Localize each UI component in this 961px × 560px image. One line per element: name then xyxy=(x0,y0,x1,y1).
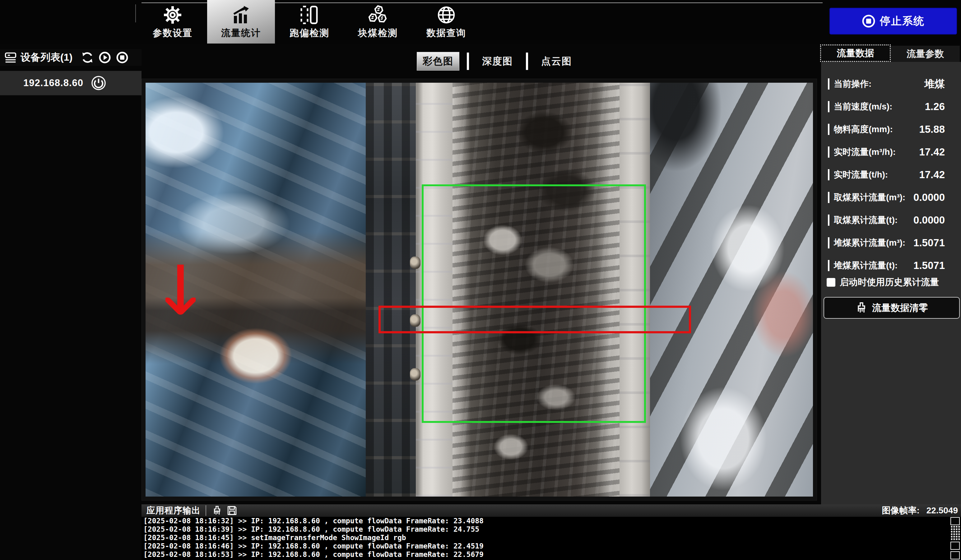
row-value: 15.88 xyxy=(919,124,945,135)
row-value: 0.0000 xyxy=(913,214,945,226)
tab-parameter-settings[interactable]: 参数设置 xyxy=(139,0,207,43)
stop-system-label: 停止系统 xyxy=(880,14,925,28)
refresh-icon xyxy=(81,51,93,64)
row-accent-bar xyxy=(828,192,829,203)
rail-bolt xyxy=(410,368,421,380)
row-accent-bar xyxy=(828,124,829,135)
row-label: 当前操作: xyxy=(834,78,871,90)
flow-row-take-coal-total-t: 取煤累计流量(t): 0.0000 xyxy=(821,209,961,231)
row-value: 17.42 xyxy=(919,146,945,158)
row-value: 1.5071 xyxy=(913,260,945,271)
stop-icon xyxy=(116,51,129,64)
tab-flow-data[interactable]: 流量数据 xyxy=(820,45,891,62)
camera-view-frame xyxy=(141,79,817,501)
history-checkbox[interactable] xyxy=(827,278,836,287)
power-button[interactable] xyxy=(91,75,106,90)
scroll-end-button[interactable] xyxy=(950,551,960,559)
save-icon xyxy=(227,505,237,516)
scroll-thumb[interactable] xyxy=(951,526,960,541)
scroll-up-button[interactable] xyxy=(950,517,960,525)
row-value: 堆煤 xyxy=(924,77,945,91)
stop-button[interactable] xyxy=(116,51,129,64)
scene-machinery xyxy=(650,83,813,497)
log-header-bar: 应用程序输出 图像帧率: 22.5049 xyxy=(141,504,961,517)
image-view-tabs: 彩色图 深度图 点云图 xyxy=(417,52,577,70)
detection-roi-green xyxy=(422,185,646,423)
row-accent-bar xyxy=(828,79,829,90)
app-window: 参数设置 流量统计 xyxy=(0,0,961,560)
bar-chart-icon xyxy=(231,5,251,25)
tab-label: 流量统计 xyxy=(221,27,261,40)
log-line: [2025-02-08 18:16:46] >> IP: 192.168.8.6… xyxy=(141,542,961,550)
flow-data-panel: 当前操作: 堆煤 当前速度(m/s): 1.26 物料高度(mm): 15.88… xyxy=(821,62,961,504)
stop-system-button[interactable]: 停止系统 xyxy=(829,8,957,35)
history-checkbox-label: 启动时使用历史累计流量 xyxy=(840,276,939,289)
view-tab-pointcloud[interactable]: 点云图 xyxy=(535,52,577,70)
measure-line-roi-red xyxy=(379,306,691,333)
gear-icon xyxy=(163,5,182,25)
row-label: 物料高度(mm): xyxy=(834,124,893,135)
camera-color-image xyxy=(146,83,813,497)
row-value: 1.5071 xyxy=(913,237,945,249)
view-tab-divider xyxy=(467,53,469,70)
row-accent-bar xyxy=(828,101,829,112)
belt-frames-icon xyxy=(299,5,320,25)
row-value: 0.0000 xyxy=(913,191,945,203)
row-accent-bar xyxy=(828,146,829,158)
flow-row-current-speed: 当前速度(m/s): 1.26 xyxy=(821,95,961,118)
log-line: [2025-02-08 18:16:39] >> IP: 192.168.8.6… xyxy=(141,525,961,534)
play-button[interactable] xyxy=(99,51,111,64)
device-list-header: 设备列表(1) xyxy=(0,49,141,66)
tab-label: 数据查询 xyxy=(426,27,466,40)
tab-deviation-detection[interactable]: 跑偏检测 xyxy=(276,0,343,43)
device-row[interactable]: 192.168.8.60 xyxy=(0,71,141,95)
power-icon xyxy=(91,75,106,90)
clear-button-label: 流量数据清零 xyxy=(872,302,928,314)
rail-bolt xyxy=(410,257,421,269)
save-log-button[interactable] xyxy=(226,505,238,516)
log-line: [2025-02-08 18:16:32] >> IP: 192.168.8.6… xyxy=(141,517,961,525)
tab-flow-params[interactable]: 流量参数 xyxy=(891,46,960,62)
log-scrollbar xyxy=(950,517,960,560)
tab-data-query[interactable]: 数据查询 xyxy=(412,0,480,43)
row-label: 实时流量(m³/h): xyxy=(834,146,896,158)
tab-flow-statistics[interactable]: 流量统计 xyxy=(207,0,275,43)
view-tab-divider xyxy=(526,53,528,70)
view-tab-color[interactable]: 彩色图 xyxy=(417,52,460,71)
device-list-title: 设备列表(1) xyxy=(21,51,72,64)
tab-label: 块煤检测 xyxy=(358,27,398,40)
row-label: 堆煤累计流量(m³): xyxy=(834,237,905,249)
flow-row-pile-coal-total-m3: 堆煤累计流量(m³): 1.5071 xyxy=(821,232,961,254)
row-label: 实时流量(t/h): xyxy=(834,169,888,181)
framerate-label: 图像帧率: xyxy=(882,505,919,517)
flow-row-material-height: 物料高度(mm): 15.88 xyxy=(821,118,961,141)
flow-row-realtime-flow-th: 实时流量(t/h): 17.42 xyxy=(821,164,961,186)
scene-left-wall xyxy=(366,83,416,497)
clear-log-button[interactable] xyxy=(211,505,223,516)
log-output[interactable]: [2025-02-08 18:16:32] >> IP: 192.168.8.6… xyxy=(141,517,961,560)
log-line: [2025-02-08 18:16:53] >> IP: 192.168.8.6… xyxy=(141,550,961,559)
tab-lump-coal-detection[interactable]: 块煤检测 xyxy=(344,0,412,43)
tab-label: 跑偏检测 xyxy=(289,27,329,40)
row-label: 堆煤累计流量(t): xyxy=(834,260,898,271)
top-divider xyxy=(135,4,136,22)
scroll-down-button[interactable] xyxy=(950,542,960,550)
row-accent-bar xyxy=(828,169,829,180)
view-tab-depth[interactable]: 深度图 xyxy=(476,52,518,70)
brush-icon xyxy=(212,505,222,516)
clear-flow-data-button[interactable]: 流量数据清零 xyxy=(824,297,960,319)
brush-icon xyxy=(855,302,868,314)
flow-row-take-coal-total-m3: 取煤累计流量(m³): 0.0000 xyxy=(821,186,961,209)
row-label: 取煤累计流量(t): xyxy=(834,214,898,226)
refresh-button[interactable] xyxy=(81,51,93,64)
log-header-divider xyxy=(206,505,206,516)
row-accent-bar xyxy=(828,260,829,271)
play-icon xyxy=(99,51,111,64)
row-value: 17.42 xyxy=(919,169,945,181)
stop-circle-icon xyxy=(862,14,876,28)
log-title: 应用程序输出 xyxy=(146,505,201,517)
history-total-flow-option: 启动时使用历史累计流量 xyxy=(821,274,961,290)
top-nav-bar: 参数设置 流量统计 xyxy=(0,0,961,43)
row-accent-bar xyxy=(828,237,829,249)
device-list-icon xyxy=(4,51,17,64)
